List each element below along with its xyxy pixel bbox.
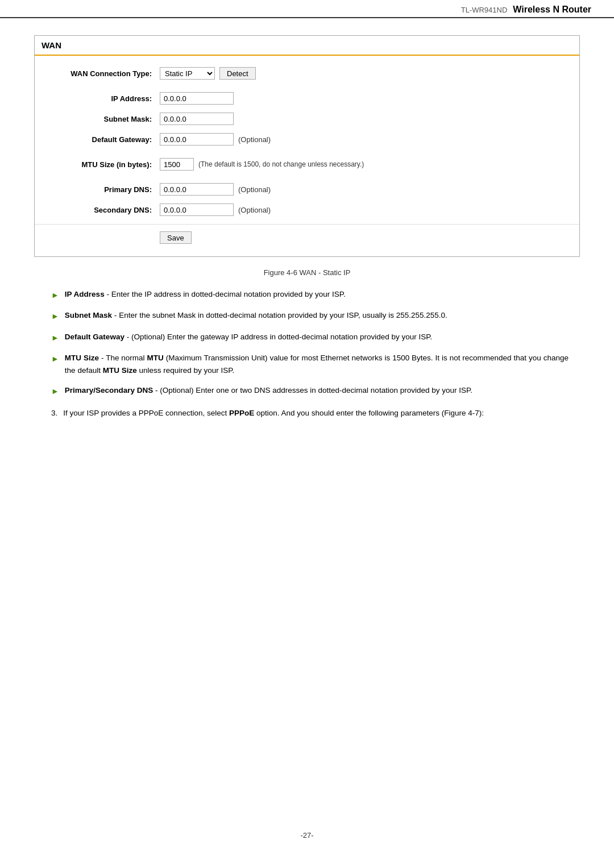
page-header: TL-WR941ND Wireless N Router (0, 0, 614, 18)
numbered-item-3: 3. If your ISP provides a PPPoE connecti… (34, 407, 580, 420)
mtu-hint: (The default is 1500, do not change unle… (198, 160, 364, 168)
subnet-mask-row: Subnet Mask: (35, 113, 579, 125)
default-gateway-control: (Optional) (160, 133, 271, 146)
mtu-size-input[interactable] (160, 158, 194, 171)
bullet-bold-3: Default Gateway (65, 333, 125, 341)
bullet-bold-1: IP Address (65, 290, 105, 298)
bullet-arrow-4: ► (51, 352, 59, 365)
wan-panel-body: WAN Connection Type: Static IP Dynamic I… (35, 56, 579, 256)
default-gateway-row: Default Gateway: (Optional) (35, 133, 579, 146)
bullet-item-1: ► IP Address - Enter the IP address in d… (34, 288, 580, 301)
mtu-size-label: MTU Size (in bytes): (46, 160, 160, 169)
bullet-arrow-3: ► (51, 331, 59, 344)
bullet-content-2: Subnet Mask - Enter the subnet Mask in d… (65, 309, 569, 322)
save-button[interactable]: Save (160, 231, 192, 244)
detect-button[interactable]: Detect (219, 67, 256, 80)
header-model: TL-WR941ND (461, 6, 508, 14)
primary-dns-input[interactable] (160, 183, 234, 196)
primary-dns-row: Primary DNS: (Optional) (35, 183, 579, 196)
secondary-dns-optional: (Optional) (238, 206, 271, 214)
bullet-item-5: ► Primary/Secondary DNS - (Optional) Ent… (34, 384, 580, 397)
bullet-content-4: MTU Size - The normal MTU (Maximum Trans… (65, 352, 569, 376)
pppoe-bold: PPPoE (229, 409, 254, 417)
default-gateway-optional: (Optional) (238, 135, 271, 144)
ip-address-control (160, 92, 234, 105)
secondary-dns-input[interactable] (160, 203, 234, 216)
page-footer: -27- (0, 820, 614, 851)
subnet-mask-label: Subnet Mask: (46, 115, 160, 123)
bullet-bold-2: Subnet Mask (65, 311, 112, 319)
subnet-mask-input[interactable] (160, 113, 234, 125)
wan-panel: WAN WAN Connection Type: Static IP Dynam… (34, 35, 580, 257)
connection-type-control: Static IP Dynamic IP PPPoE L2TP PPTP Det… (160, 67, 256, 80)
ip-address-row: IP Address: (35, 92, 579, 105)
bullet-content-1: IP Address - Enter the IP address in dot… (65, 288, 569, 301)
header-title: Wireless N Router (513, 5, 591, 15)
bullet-bold-5: Primary/Secondary DNS (65, 386, 153, 394)
bullet-bold-4: MTU Size (65, 354, 99, 362)
ip-address-label: IP Address: (46, 94, 160, 103)
secondary-dns-row: Secondary DNS: (Optional) (35, 203, 579, 216)
default-gateway-label: Default Gateway: (46, 135, 160, 144)
wan-panel-title: WAN (35, 36, 579, 56)
mtu-size-row: MTU Size (in bytes): (The default is 150… (35, 158, 579, 171)
bullet-list: ► IP Address - Enter the IP address in d… (34, 288, 580, 398)
primary-dns-optional: (Optional) (238, 185, 271, 194)
default-gateway-input[interactable] (160, 133, 234, 146)
bullet-item-3: ► Default Gateway - (Optional) Enter the… (34, 331, 580, 344)
bullet-item-2: ► Subnet Mask - Enter the subnet Mask in… (34, 309, 580, 322)
bullet-content-5: Primary/Secondary DNS - (Optional) Enter… (65, 384, 569, 397)
save-row: Save (35, 224, 579, 251)
wan-connection-type-row: WAN Connection Type: Static IP Dynamic I… (35, 67, 579, 80)
main-content: WAN WAN Connection Type: Static IP Dynam… (0, 30, 614, 450)
numbered-num-3: 3. (51, 407, 57, 420)
primary-dns-label: Primary DNS: (46, 185, 160, 194)
page-number: -27- (300, 831, 313, 840)
bullet-arrow-2: ► (51, 310, 59, 322)
mtu-size-control: (The default is 1500, do not change unle… (160, 158, 364, 171)
bullet-arrow-1: ► (51, 289, 59, 301)
bullet-bold-mtu: MTU (147, 354, 164, 362)
connection-type-label: WAN Connection Type: (46, 69, 160, 78)
primary-dns-control: (Optional) (160, 183, 271, 196)
numbered-text-3: If your ISP provides a PPPoE connection,… (63, 407, 484, 420)
bullet-content-3: Default Gateway - (Optional) Enter the g… (65, 331, 569, 343)
secondary-dns-label: Secondary DNS: (46, 206, 160, 214)
bullet-item-4: ► MTU Size - The normal MTU (Maximum Tra… (34, 352, 580, 376)
subnet-mask-control (160, 113, 234, 125)
connection-type-select[interactable]: Static IP Dynamic IP PPPoE L2TP PPTP (160, 67, 215, 80)
secondary-dns-control: (Optional) (160, 203, 271, 216)
figure-caption: Figure 4-6 WAN - Static IP (34, 268, 580, 277)
bullet-bold-mtu-size: MTU Size (103, 366, 137, 375)
ip-address-input[interactable] (160, 92, 234, 105)
bullet-arrow-5: ► (51, 385, 59, 397)
